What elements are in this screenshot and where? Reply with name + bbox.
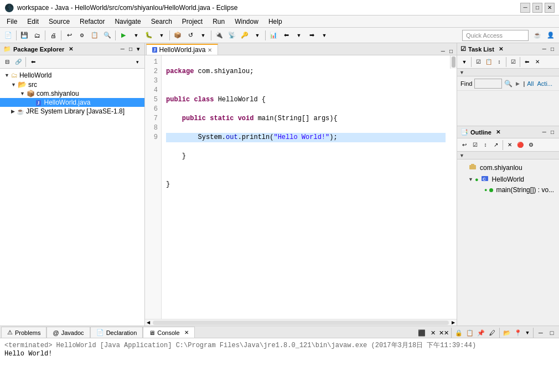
print-button[interactable]: 🖨 — [47, 29, 59, 42]
outline-btn-6[interactable]: 🔴 — [515, 140, 525, 150]
menu-edit[interactable]: Edit — [23, 17, 43, 27]
outline-btn-2[interactable]: ☑ — [470, 140, 480, 150]
editor-scrollbar[interactable] — [450, 55, 457, 69]
outline-close[interactable]: ✕ — [496, 129, 500, 135]
scroll-left-button[interactable]: ◀ — [145, 320, 152, 325]
outline-item-package[interactable]: com.shiyanlou — [457, 162, 559, 173]
toolbar-btn-14b[interactable]: ▼ — [293, 29, 305, 42]
code-editor[interactable]: package com.shiyanlou; public class Hell… — [162, 55, 450, 319]
minimize-panel-button[interactable]: ─ — [119, 45, 126, 53]
hscroll-track[interactable] — [153, 321, 449, 325]
jre-expand[interactable]: ▶ — [11, 109, 15, 114]
package-expand[interactable]: ▼ — [20, 91, 25, 96]
scroll-right-button[interactable]: ▶ — [450, 320, 457, 325]
find-input[interactable] — [474, 79, 502, 89]
console-pin-dropdown[interactable]: ▼ — [524, 328, 531, 338]
toolbar-btn-8[interactable]: ↺ — [184, 29, 196, 42]
menu-file[interactable]: File — [2, 17, 22, 27]
console-remove-all-btn[interactable]: ✕✕ — [439, 328, 449, 338]
toolbar-btn-13[interactable]: 📊 — [267, 29, 280, 42]
console-open-btn[interactable]: 📂 — [502, 328, 512, 338]
view-menu-button[interactable]: ▾ — [135, 45, 141, 53]
outline-maximize[interactable]: □ — [549, 128, 556, 136]
new-button[interactable]: 📄 — [2, 29, 14, 42]
tab-console[interactable]: 🖥 Console ✕ — [143, 327, 194, 338]
console-tab-close[interactable]: ✕ — [184, 329, 189, 336]
toolbar-btn-9[interactable]: 🔌 — [213, 29, 225, 42]
task-list-maximize[interactable]: □ — [549, 45, 556, 53]
toolbar-btn-12[interactable]: ▼ — [251, 29, 263, 42]
menu-help[interactable]: Help — [264, 17, 287, 27]
outline-chevron[interactable]: ▼ — [459, 153, 464, 158]
collapse-all-button[interactable]: ⊟ — [2, 57, 12, 67]
editor-minimize-button[interactable]: ─ — [439, 48, 447, 55]
toolbar-btn-6[interactable]: 🔍 — [101, 29, 113, 42]
back-button[interactable]: ⬅ — [28, 57, 38, 67]
console-terminate-btn[interactable]: ⬛ — [417, 328, 427, 338]
close-button[interactable]: ✕ — [545, 3, 555, 13]
task-btn-3[interactable]: ↕ — [494, 57, 504, 67]
perspective-btn-1[interactable]: ☕ — [531, 29, 544, 42]
toolbar-btn-4[interactable]: ⚙ — [76, 29, 88, 42]
package-explorer-close-icon[interactable]: ✕ — [69, 46, 73, 52]
task-btn-6[interactable]: ✕ — [532, 57, 542, 67]
debug-button[interactable]: 🐛 — [143, 29, 155, 42]
perspective-btn-2[interactable]: 👤 — [545, 29, 557, 42]
outline-minimize[interactable]: ─ — [541, 128, 548, 136]
toolbar-btn-7[interactable]: 📦 — [172, 29, 184, 42]
save-all-button[interactable]: 🗂 — [31, 29, 43, 42]
task-btn-4[interactable]: ☑ — [508, 57, 518, 67]
actions-button[interactable]: Acti... — [537, 80, 553, 87]
outline-btn-1[interactable]: ↩ — [459, 140, 469, 150]
all-button[interactable]: All — [527, 80, 534, 87]
toolbar-btn-10[interactable]: 📡 — [226, 29, 238, 42]
task-list-chevron[interactable]: ▼ — [459, 70, 464, 75]
console-btn-3[interactable]: 📌 — [476, 328, 486, 338]
ol-class-expand[interactable]: ▼ — [468, 177, 473, 182]
toolbar-btn-11[interactable]: 🔑 — [239, 29, 251, 42]
menu-source[interactable]: Source — [44, 17, 74, 27]
task-btn-1[interactable]: ☑ — [473, 57, 483, 67]
editor-tab-close-button[interactable]: ✕ — [208, 47, 212, 53]
task-new-button[interactable]: ▼ — [459, 57, 469, 67]
toolbar-btn-14[interactable]: ⬅ — [280, 29, 292, 42]
toolbar-btn-15[interactable]: ➡ — [306, 29, 318, 42]
menu-search[interactable]: Search — [147, 17, 177, 27]
tree-item-helloworld[interactable]: ▼ 🗂 HelloWorld — [0, 71, 144, 80]
menu-project[interactable]: Project — [178, 17, 207, 27]
outline-btn-4[interactable]: ↗ — [491, 140, 501, 150]
tree-item-package[interactable]: ▼ 📦 com.shiyanlou — [0, 89, 144, 98]
run-dropdown[interactable]: ▼ — [130, 29, 142, 42]
helloworld-expand[interactable]: ▼ — [4, 73, 9, 78]
save-button[interactable]: 💾 — [18, 29, 30, 42]
link-editor-button[interactable]: 🔗 — [13, 57, 23, 67]
console-btn-2[interactable]: 📋 — [465, 328, 475, 338]
debug-dropdown[interactable]: ▼ — [156, 29, 168, 42]
tree-item-helloworldjava[interactable]: J HelloWorld.java — [0, 98, 144, 107]
maximize-button[interactable]: □ — [532, 3, 542, 13]
console-btn-4[interactable]: 🖊 — [487, 328, 497, 338]
menu-run[interactable]: Run — [208, 17, 229, 27]
toolbar-btn-5[interactable]: 📋 — [89, 29, 101, 42]
menu-window[interactable]: Window — [230, 17, 263, 27]
tree-item-src[interactable]: ▼ 📂 src — [0, 80, 144, 89]
outline-item-class[interactable]: ▼ ● C HelloWorld — [457, 173, 559, 185]
search-icon[interactable]: 🔍 — [504, 80, 513, 87]
menu-refactor[interactable]: Refactor — [75, 17, 109, 27]
view-menu-btn2[interactable]: ▾ — [132, 57, 142, 67]
tab-javadoc[interactable]: @ Javadoc — [46, 327, 90, 338]
console-minimize[interactable]: ─ — [536, 328, 546, 338]
src-expand[interactable]: ▼ — [11, 82, 16, 87]
maximize-panel-button[interactable]: □ — [127, 45, 134, 53]
minimize-button[interactable]: ─ — [520, 3, 530, 13]
toolbar-btn-8b[interactable]: ▼ — [197, 29, 209, 42]
tab-problems[interactable]: ⚠ Problems — [1, 327, 46, 338]
task-list-minimize[interactable]: ─ — [541, 45, 548, 53]
tree-item-jre[interactable]: ▶ ☕ JRE System Library [JavaSE-1.8] — [0, 107, 144, 116]
outline-btn-5[interactable]: ✕ — [505, 140, 515, 150]
console-maximize[interactable]: □ — [547, 328, 557, 338]
toolbar-btn-15b[interactable]: ▼ — [318, 29, 330, 42]
console-pin-btn[interactable]: 📍 — [513, 328, 523, 338]
editor-maximize-button[interactable]: □ — [448, 48, 454, 55]
outline-btn-3[interactable]: ↕ — [480, 140, 490, 150]
